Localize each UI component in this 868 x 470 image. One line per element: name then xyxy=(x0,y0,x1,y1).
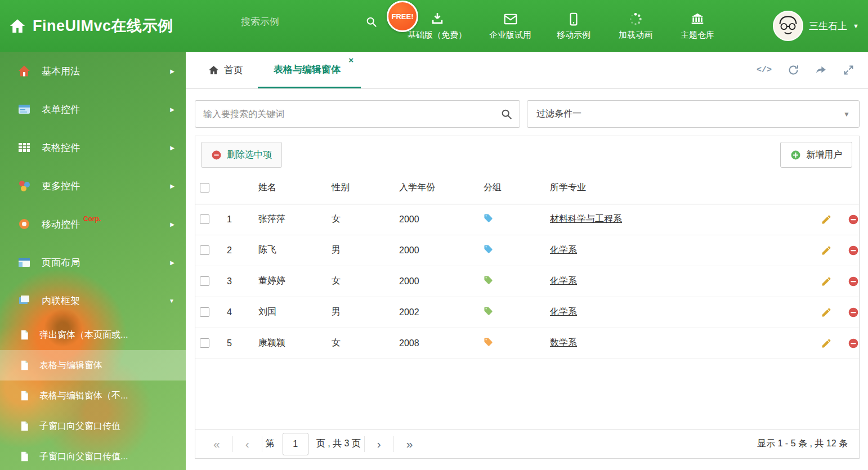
app-header: FineUIMvc在线示例 FREE! 基础版（免费） 企业版试用 移动示例 xyxy=(0,0,868,52)
sidebar: 基本用法 ▶ 表单控件 ▶ 表格控件 ▶ 更多控件 ▶ 移动控件 Corp. ▶ xyxy=(0,52,186,470)
row-checkbox[interactable] xyxy=(200,276,209,286)
filter-dropdown[interactable]: 过滤条件一 ▼ xyxy=(527,100,860,128)
major-link[interactable]: 化学系 xyxy=(550,307,577,316)
row-checkbox[interactable] xyxy=(200,307,209,317)
column-header-name[interactable]: 姓名 xyxy=(254,172,327,204)
close-icon[interactable]: × xyxy=(348,55,354,65)
free-badge: FREE! xyxy=(387,1,418,32)
app-brand[interactable]: FineUIMvc在线示例 xyxy=(9,0,173,52)
sidebar-item-iframe[interactable]: 内联框架 ▼ xyxy=(0,281,186,320)
tag-icon xyxy=(484,306,493,316)
sidebar-subitem-child-to-parent-alt[interactable]: 子窗口向父窗口传值... xyxy=(0,441,186,470)
prev-page-button[interactable]: ‹ xyxy=(233,438,262,450)
share-icon[interactable] xyxy=(815,64,827,76)
pagination-bar: « ‹ 第 页 , 共 3 页 › » 显示 1 - 5 条 , 共 12 条 xyxy=(195,429,859,458)
header-search-input[interactable] xyxy=(241,16,365,28)
sidebar-subitem-popup-window[interactable]: 弹出窗体（本页面或... xyxy=(0,320,186,350)
search-icon[interactable] xyxy=(500,108,513,120)
nav-mobile-demo[interactable]: 移动示例 xyxy=(554,12,593,41)
edit-icon[interactable] xyxy=(821,214,832,225)
file-icon xyxy=(18,420,30,432)
row-checkbox[interactable] xyxy=(200,245,209,255)
cell-gender: 男 xyxy=(327,235,395,266)
table-icon xyxy=(17,140,32,155)
sidebar-item-page-layout[interactable]: 页面布局 ▶ xyxy=(0,243,186,281)
refresh-icon[interactable] xyxy=(788,64,799,76)
sidebar-item-mobile-controls[interactable]: 移动控件 Corp. ▶ xyxy=(0,205,186,243)
cell-name: 刘国 xyxy=(254,297,327,328)
delete-icon[interactable] xyxy=(848,214,859,225)
sidebar-subitem-grid-edit-window[interactable]: 表格与编辑窗体 xyxy=(0,350,186,381)
grid-toolbar: 删除选中项 新增用户 xyxy=(195,136,859,172)
select-all-checkbox[interactable] xyxy=(200,183,209,193)
mobile-controls-icon xyxy=(17,217,32,231)
file-icon xyxy=(18,450,30,463)
row-number: 3 xyxy=(222,266,254,297)
spinner-icon xyxy=(628,12,643,26)
row-number: 5 xyxy=(222,328,254,359)
chevron-right-icon: ▶ xyxy=(170,183,175,189)
column-header-year[interactable]: 入学年份 xyxy=(395,172,479,204)
page-number-input[interactable] xyxy=(283,433,308,455)
search-icon[interactable] xyxy=(365,16,378,28)
major-link[interactable]: 数学系 xyxy=(550,338,577,347)
sidebar-subitem-child-to-parent[interactable]: 子窗口向父窗口传值 xyxy=(0,411,186,441)
mobile-icon xyxy=(566,12,581,26)
user-avatar xyxy=(773,11,803,41)
delete-icon[interactable] xyxy=(848,338,859,349)
column-header-group[interactable]: 分组 xyxy=(479,172,545,204)
cell-name: 张萍萍 xyxy=(254,204,327,235)
expand-icon[interactable] xyxy=(843,64,854,76)
first-page-button[interactable]: « xyxy=(201,438,232,450)
nav-loading-animation[interactable]: 加载动画 xyxy=(616,12,655,41)
file-icon xyxy=(18,359,30,371)
chevron-right-icon: ▶ xyxy=(170,68,175,74)
edit-icon[interactable] xyxy=(821,307,832,318)
cell-year: 2008 xyxy=(395,328,479,359)
column-header-gender[interactable]: 性别 xyxy=(327,172,395,204)
filter-row: 过滤条件一 ▼ xyxy=(195,100,860,128)
user-menu[interactable]: 三生石上 ▼ xyxy=(773,0,859,52)
cell-name: 康颖颖 xyxy=(254,328,327,359)
cell-gender: 男 xyxy=(327,297,395,328)
row-checkbox[interactable] xyxy=(200,338,209,348)
table-row: 5 康颖颖 女 2008 数学系 xyxy=(195,328,859,359)
nav-theme-repo[interactable]: 主题仓库 xyxy=(678,12,717,41)
edit-icon[interactable] xyxy=(821,276,832,287)
last-page-button[interactable]: » xyxy=(394,438,426,450)
delete-icon[interactable] xyxy=(848,307,859,318)
sidebar-subitem-grid-edit-window-alt[interactable]: 表格与编辑窗体（不... xyxy=(0,381,186,411)
column-header-major[interactable]: 所学专业 xyxy=(545,172,796,204)
home-icon xyxy=(9,17,26,34)
keyword-search-input[interactable] xyxy=(203,109,500,119)
sidebar-item-more-controls[interactable]: 更多控件 ▶ xyxy=(0,167,186,205)
major-link[interactable]: 化学系 xyxy=(550,245,577,254)
major-link[interactable]: 材料科学与工程系 xyxy=(550,214,622,223)
chevron-right-icon: ▶ xyxy=(170,259,175,266)
sidebar-item-grid-controls[interactable]: 表格控件 ▶ xyxy=(0,128,186,167)
row-checkbox[interactable] xyxy=(200,214,209,224)
file-icon xyxy=(18,329,30,341)
tab-tools: </> xyxy=(757,52,868,88)
delete-icon[interactable] xyxy=(848,276,859,287)
delete-selected-button[interactable]: 删除选中项 xyxy=(201,142,282,168)
edit-icon[interactable] xyxy=(821,338,832,349)
table-row: 4 刘国 男 2002 化学系 xyxy=(195,297,859,328)
add-user-button[interactable]: 新增用户 xyxy=(780,142,852,168)
tab-home[interactable]: 首页 xyxy=(194,52,258,88)
next-page-button[interactable]: › xyxy=(365,438,393,450)
table-row: 3 董婷婷 女 2000 化学系 xyxy=(195,266,859,297)
delete-icon[interactable] xyxy=(848,245,859,256)
sidebar-item-basic-usage[interactable]: 基本用法 ▶ xyxy=(0,52,186,90)
header-search xyxy=(241,16,360,28)
edit-icon[interactable] xyxy=(821,245,832,256)
sidebar-item-form-controls[interactable]: 表单控件 ▶ xyxy=(0,90,186,128)
nav-enterprise-trial[interactable]: 企业版试用 xyxy=(489,12,531,41)
tab-grid-edit-window[interactable]: 表格与编辑窗体 × xyxy=(258,52,361,88)
more-controls-icon xyxy=(17,178,32,193)
page-count-label: 页 , 共 3 页 xyxy=(313,438,364,450)
main-content: 首页 表格与编辑窗体 × </> 过滤条件一 ▼ xyxy=(186,52,868,470)
major-link[interactable]: 化学系 xyxy=(550,276,577,285)
record-summary: 显示 1 - 5 条 , 共 12 条 xyxy=(757,438,856,450)
view-source-icon[interactable]: </> xyxy=(757,65,772,75)
